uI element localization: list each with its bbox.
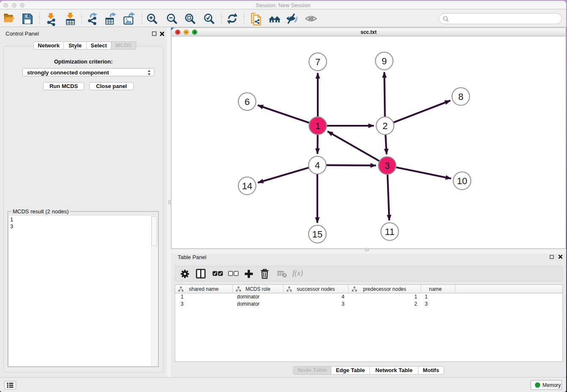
svg-text:4: 4 (315, 160, 320, 171)
svg-text:15: 15 (312, 229, 322, 240)
svg-text:3: 3 (385, 160, 390, 171)
svg-text:1: 1 (315, 121, 320, 131)
svg-text:9: 9 (382, 56, 387, 66)
svg-text:11: 11 (385, 226, 395, 237)
svg-text:2: 2 (383, 121, 388, 131)
svg-text:7: 7 (315, 57, 320, 67)
svg-text:6: 6 (245, 97, 250, 107)
svg-text:8: 8 (458, 91, 463, 102)
svg-text:10: 10 (457, 176, 467, 186)
svg-text:14: 14 (242, 181, 252, 191)
